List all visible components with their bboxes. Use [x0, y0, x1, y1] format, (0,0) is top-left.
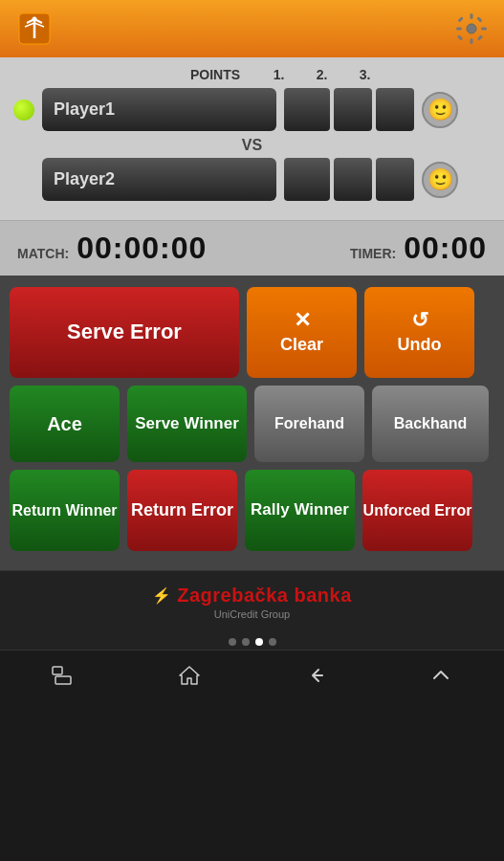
button-area: Serve Error ✕ Clear ↺ Undo Ace Serve Win…: [0, 276, 504, 570]
p2-score-2: [376, 158, 414, 201]
sponsor-icon: ⚡: [152, 586, 171, 605]
p1-score-2: [376, 88, 414, 131]
wifi-icon: [15, 10, 54, 48]
vs-label: VS: [13, 137, 491, 154]
svg-rect-12: [457, 16, 463, 22]
player2-avatar: 🙂: [422, 162, 458, 198]
gear-icon[interactable]: [454, 11, 489, 46]
dot-2: [242, 638, 250, 646]
match-value: 00:00:00: [77, 231, 207, 266]
svg-rect-8: [471, 13, 473, 19]
page-dots: [0, 632, 504, 650]
p2-score-1: [334, 158, 372, 201]
forehand-button[interactable]: Forehand: [254, 386, 364, 462]
clear-button[interactable]: ✕ Clear: [247, 287, 357, 378]
unforced-error-button[interactable]: Unforced Error: [362, 470, 472, 551]
btn-row-2: Ace Serve Winner Forehand Backhand: [10, 386, 494, 462]
svg-point-6: [33, 17, 37, 22]
svg-rect-13: [477, 34, 483, 40]
p1-score-current: [284, 88, 330, 131]
player1-name: Player1: [54, 99, 115, 120]
player2-name: Player2: [54, 169, 115, 189]
col-3: 3.: [343, 67, 386, 82]
nav-back-icon[interactable]: [286, 651, 343, 699]
sponsor-logo: ⚡ Zagrebačka banka: [152, 585, 352, 607]
unforced-error-label: Unforced Error: [363, 501, 472, 519]
svg-rect-9: [471, 38, 473, 44]
player1-name-box: Player1: [42, 88, 276, 131]
dot-1: [229, 638, 236, 646]
return-winner-label: Return Winner: [11, 501, 117, 519]
backhand-button[interactable]: Backhand: [372, 386, 489, 462]
svg-rect-17: [55, 676, 71, 684]
nav-bar: [0, 650, 504, 699]
player1-scores: [284, 88, 414, 131]
nav-up-icon[interactable]: [412, 651, 470, 699]
svg-point-7: [467, 24, 476, 33]
undo-button[interactable]: ↺ Undo: [364, 287, 474, 378]
svg-rect-16: [53, 667, 62, 674]
timer-label: TIMER:: [350, 246, 396, 261]
serve-winner-label: Serve Winner: [135, 414, 239, 433]
scoreboard: POINTS 1. 2. 3. Player1 🙂 VS Player2: [0, 57, 504, 220]
btn-row-3: Return Winner Return Error Rally Winner …: [10, 470, 494, 551]
match-label: MATCH:: [17, 246, 69, 261]
player1-row: Player1 🙂: [13, 88, 491, 131]
player1-avatar: 🙂: [422, 92, 458, 128]
timer-value: 00:00: [404, 231, 487, 266]
clear-x-icon: ✕: [294, 310, 311, 331]
svg-rect-11: [481, 28, 487, 31]
serve-error-button[interactable]: Serve Error: [10, 287, 239, 378]
ball-indicator-p1: [13, 99, 34, 121]
svg-rect-14: [476, 16, 482, 22]
p1-score-1: [334, 88, 372, 131]
ball-empty-p2: [13, 169, 34, 190]
return-error-button[interactable]: Return Error: [127, 470, 237, 551]
points-label: POINTS: [190, 67, 257, 82]
serve-winner-button[interactable]: Serve Winner: [127, 386, 247, 462]
undo-icon: ↺: [411, 310, 428, 331]
undo-label: Undo: [398, 335, 442, 356]
sponsor-name: Zagrebačka banka: [177, 585, 352, 607]
ace-button[interactable]: Ace: [10, 386, 120, 462]
timer-row: MATCH: 00:00:00 TIMER: 00:00: [0, 220, 504, 276]
top-bar: [0, 0, 504, 57]
sponsor-bar: ⚡ Zagrebačka banka UniCredit Group: [0, 570, 504, 632]
dot-4: [269, 638, 276, 646]
sponsor-sub: UniCredit Group: [214, 608, 290, 620]
rally-winner-button[interactable]: Rally Winner: [245, 470, 355, 551]
player2-scores: [284, 158, 414, 201]
dot-3-active: [255, 638, 263, 646]
nav-recent-apps-icon[interactable]: [34, 651, 92, 699]
score-header: POINTS 1. 2. 3.: [190, 67, 491, 82]
nav-home-icon[interactable]: [161, 651, 218, 699]
btn-row-1: Serve Error ✕ Clear ↺ Undo: [10, 287, 494, 378]
rally-winner-label: Rally Winner: [251, 500, 349, 519]
col-2: 2.: [300, 67, 343, 82]
player2-row: Player2 🙂: [13, 158, 491, 201]
clear-label: Clear: [280, 335, 323, 356]
player2-name-box: Player2: [42, 158, 276, 201]
return-winner-button[interactable]: Return Winner: [10, 470, 120, 551]
p2-score-current: [284, 158, 330, 201]
svg-rect-10: [456, 28, 462, 31]
score-cols: 1. 2. 3.: [257, 67, 386, 82]
svg-rect-15: [457, 34, 463, 40]
col-1: 1.: [257, 67, 300, 82]
